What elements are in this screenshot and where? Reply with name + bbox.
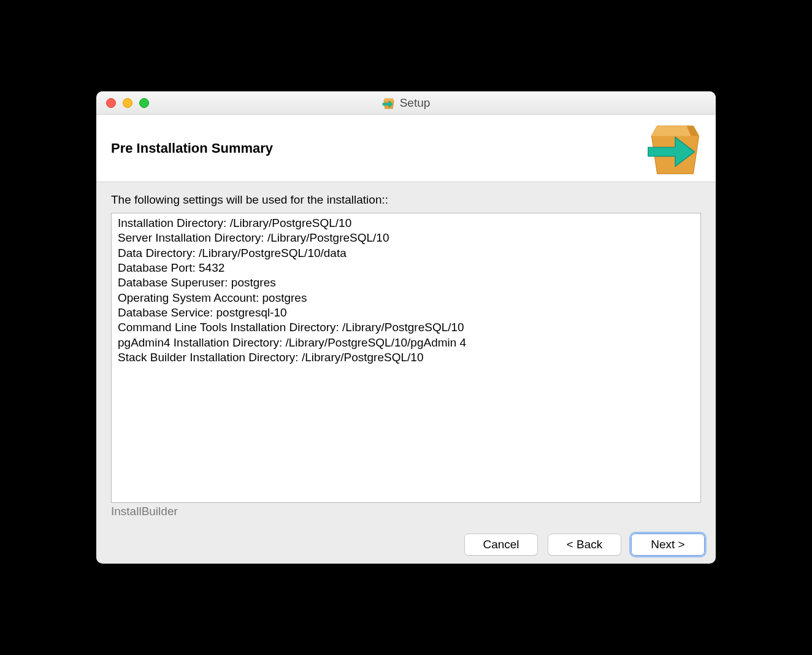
summary-line: Stack Builder Installation Directory: /L… <box>118 350 694 365</box>
summary-line: Installation Directory: /Library/Postgre… <box>118 216 694 231</box>
cancel-button[interactable]: Cancel <box>464 534 538 556</box>
summary-textbox[interactable]: Installation Directory: /Library/Postgre… <box>111 213 701 503</box>
app-icon-large <box>647 120 703 177</box>
content-area: The following settings will be used for … <box>96 182 716 524</box>
summary-line: Data Directory: /Library/PostgreSQL/10/d… <box>118 246 694 261</box>
footer-button-row: Cancel < Back Next > <box>96 524 716 564</box>
intro-text: The following settings will be used for … <box>111 193 701 207</box>
zoom-window-button[interactable] <box>139 98 149 108</box>
window-controls <box>106 98 149 108</box>
summary-line: Operating System Account: postgres <box>118 291 694 305</box>
back-button[interactable]: < Back <box>548 534 621 556</box>
installbuilder-label: InstallBuilder <box>111 503 701 524</box>
summary-line: Database Port: 5432 <box>118 261 694 275</box>
minimize-window-button[interactable] <box>123 98 132 108</box>
close-window-button[interactable] <box>106 98 116 108</box>
summary-line: Database Superuser: postgres <box>118 275 694 290</box>
app-icon-small <box>382 96 396 110</box>
window-title: Setup <box>400 96 431 110</box>
titlebar-title-group: Setup <box>382 96 431 110</box>
page-title: Pre Installation Summary <box>111 140 273 156</box>
next-button[interactable]: Next > <box>631 534 705 556</box>
summary-line: Database Service: postgresql-10 <box>118 305 694 320</box>
titlebar: Setup <box>96 91 716 115</box>
summary-line: Command Line Tools Installation Director… <box>118 320 694 335</box>
summary-line: pgAdmin4 Installation Directory: /Librar… <box>118 335 694 350</box>
setup-window: Setup Pre Installation Summary The follo… <box>96 91 716 564</box>
header-panel: Pre Installation Summary <box>96 115 716 182</box>
summary-line: Server Installation Directory: /Library/… <box>118 231 694 245</box>
